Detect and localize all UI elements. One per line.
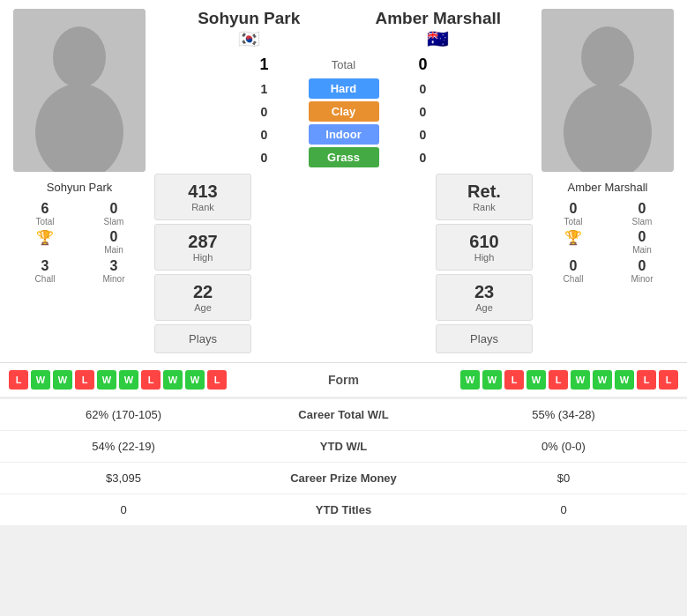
hard-row: 1 Hard 0: [154, 78, 533, 99]
form-badge-p1: W: [53, 370, 72, 390]
player2-column: Amber Marshall 0 Total 0 Slam 🏆 x 0 Main: [537, 9, 678, 353]
form-badge-p1: W: [185, 370, 205, 390]
player2-slam-val: 0: [638, 201, 646, 217]
player1-name-block: Sohyun Park 🇰🇷: [154, 9, 344, 49]
clay-score-left: 0: [229, 105, 300, 119]
player2-high-val: 610: [469, 232, 498, 252]
indoor-badge: Indoor: [309, 124, 379, 145]
player2-total-lbl: Total: [564, 217, 582, 226]
clay-center: Clay: [300, 101, 388, 122]
player2-main-cell: 0 Main: [610, 229, 674, 256]
player1-flag: 🇰🇷: [154, 28, 344, 49]
player2-total-cell: 0 Total: [541, 201, 605, 226]
total-label: Total: [300, 58, 388, 71]
grass-score-left: 0: [229, 151, 300, 165]
form-badge-p2: L: [659, 370, 678, 390]
form-label: Form: [328, 373, 359, 387]
top-section: Sohyun Park 6 Total 0 Slam 🏆 x 0 Main: [0, 0, 687, 362]
clay-badge: Clay: [309, 101, 379, 122]
player2-avatar: [541, 9, 674, 172]
player2-chall-cell: 0 Chall: [541, 258, 605, 284]
player1-plays-box: Plays: [154, 324, 251, 353]
player1-big-name: Sohyun Park: [154, 9, 344, 28]
form-badge-p2: W: [593, 370, 612, 390]
brow-right-3: 0: [453, 503, 674, 516]
player1-high-box: 287 High: [154, 224, 251, 271]
player2-rank-val: Ret.: [467, 182, 501, 202]
player1-age-val: 22: [193, 282, 213, 302]
player1-total-val: 6: [41, 201, 49, 217]
bottom-row-0: 62% (170-105)Career Total W/L55% (34-28): [0, 398, 687, 430]
brow-center-3: YTD Titles: [234, 503, 453, 516]
names-row: Sohyun Park 🇰🇷 Amber Marshall 🇦🇺: [154, 9, 533, 49]
player2-slam-cell: 0 Slam: [610, 201, 674, 226]
player1-chall-cell: 3 Chall: [13, 258, 77, 284]
brow-left-1: 54% (22-19): [13, 440, 234, 453]
brow-left-3: 0: [13, 503, 234, 516]
form-badge-p1: L: [141, 370, 161, 390]
grass-badge: Grass: [309, 147, 379, 167]
player2-form-badges: WWLWLWWWLL: [460, 370, 678, 390]
form-badge-p1: W: [163, 370, 183, 390]
indoor-row: 0 Indoor 0: [154, 124, 533, 145]
clay-score-right: 0: [388, 105, 459, 119]
form-badge-p1: W: [97, 370, 116, 390]
brow-center-2: Career Prize Money: [234, 471, 453, 485]
form-badge-p1: L: [75, 370, 94, 390]
bottom-row-3: 0YTD Titles0: [0, 494, 687, 525]
brow-right-2: $0: [453, 471, 674, 485]
player2-slam-lbl: Slam: [632, 217, 653, 226]
brow-right-1: 0% (0-0): [453, 440, 674, 453]
player1-chall-lbl: Chall: [35, 274, 56, 284]
center-spacer: [255, 174, 432, 353]
player1-total-lbl: Total: [35, 217, 54, 226]
player1-name-label: Sohyun Park: [47, 181, 112, 194]
hard-score-right: 0: [388, 82, 459, 96]
player1-silhouette: [13, 9, 146, 172]
bottom-row-2: $3,095Career Prize Money$0: [0, 462, 687, 494]
player-comparison: Sohyun Park 6 Total 0 Slam 🏆 x 0 Main: [0, 0, 687, 525]
player2-high-box: 610 High: [436, 224, 533, 271]
player2-minor-val: 0: [638, 258, 646, 274]
center-column: Sohyun Park 🇰🇷 Amber Marshall 🇦🇺 1 Total…: [154, 9, 533, 353]
form-badge-p2: L: [549, 370, 568, 390]
player1-main-val: 0: [110, 229, 118, 245]
stat-panels-row: 413 Rank 287 High 22 Age Plays: [154, 174, 533, 353]
player1-panels: 413 Rank 287 High 22 Age Plays: [154, 174, 251, 353]
player2-age-lbl: Age: [475, 302, 493, 313]
player2-mast-val: 🏆: [564, 229, 582, 246]
player2-silhouette: [541, 9, 674, 172]
total-row: 1 Total 0: [154, 56, 533, 74]
player1-high-val: 287: [188, 232, 217, 252]
player2-minor-lbl: Minor: [631, 274, 653, 284]
player1-age-lbl: Age: [194, 302, 212, 313]
grass-score-right: 0: [388, 151, 459, 165]
player1-avatar: [13, 9, 146, 172]
player1-high-lbl: High: [193, 252, 213, 263]
svg-point-4: [581, 26, 634, 88]
player1-mast-cell: 🏆 x: [13, 229, 77, 256]
indoor-center: Indoor: [300, 124, 388, 145]
form-badge-p2: L: [637, 370, 656, 390]
form-badge-p1: W: [119, 370, 138, 390]
player1-rank-lbl: Rank: [191, 202, 214, 212]
player1-column: Sohyun Park 6 Total 0 Slam 🏆 x 0 Main: [9, 9, 150, 353]
form-badge-p2: W: [615, 370, 634, 390]
player2-minor-cell: 0 Minor: [610, 258, 674, 284]
player2-stats: 0 Total 0 Slam 🏆 x 0 Main 0 Chall: [541, 201, 674, 284]
brow-right-0: 55% (34-28): [453, 408, 674, 421]
player2-rank-lbl: Rank: [473, 202, 496, 212]
total-score-left: 1: [229, 56, 300, 74]
player1-slam-cell: 0 Slam: [82, 201, 146, 226]
form-badge-p2: W: [571, 370, 590, 390]
player1-mast-val: 🏆: [36, 229, 54, 246]
form-badge-p1: L: [9, 370, 28, 390]
player2-chall-val: 0: [570, 258, 578, 274]
indoor-score-right: 0: [388, 128, 459, 142]
player2-plays-lbl: Plays: [470, 332, 498, 345]
player1-slam-lbl: Slam: [104, 217, 124, 226]
form-section: LWWLWWLWWL Form WWLWLWWWLL: [0, 362, 687, 397]
player2-age-val: 23: [474, 282, 494, 302]
clay-row: 0 Clay 0: [154, 101, 533, 122]
grass-row: 0 Grass 0: [154, 147, 533, 167]
